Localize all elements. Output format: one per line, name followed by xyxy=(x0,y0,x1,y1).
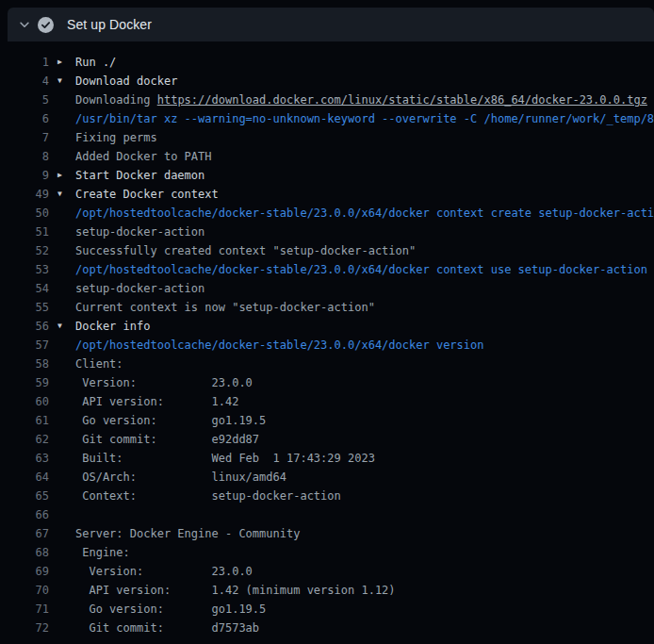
line-number[interactable]: 59 xyxy=(0,373,49,392)
step-title: Set up Docker xyxy=(67,17,152,32)
expander-spacer xyxy=(49,505,75,524)
log-line: 53/opt/hostedtoolcache/docker-stable/23.… xyxy=(0,260,654,279)
log-url-link[interactable]: https://download.docker.com/linux/static… xyxy=(157,93,647,107)
check-circle-icon xyxy=(38,17,54,33)
step-header[interactable]: Set up Docker xyxy=(8,8,654,41)
line-number[interactable]: 68 xyxy=(0,543,49,562)
line-number[interactable]: 49 xyxy=(0,185,49,204)
line-number[interactable]: 60 xyxy=(0,392,49,411)
chevron-down-icon[interactable] xyxy=(14,14,35,35)
log-text: Built: Wed Feb 1 17:43:29 2023 xyxy=(75,449,375,468)
line-number[interactable]: 69 xyxy=(0,562,49,581)
group-title: Download docker xyxy=(75,72,177,91)
log-text: setup-docker-action xyxy=(75,223,204,241)
expander-spacer xyxy=(49,279,75,298)
line-number[interactable]: 58 xyxy=(0,355,49,373)
line-number[interactable]: 4 xyxy=(0,72,49,91)
log-command-text: /opt/hostedtoolcache/docker-stable/23.0.… xyxy=(75,336,483,355)
log-text: Server: Docker Engine - Community xyxy=(75,524,300,543)
log-line: 70 API version: 1.42 (minimum version 1.… xyxy=(0,581,654,600)
log-line: 9▶Start Docker daemon xyxy=(0,166,654,185)
line-number[interactable]: 70 xyxy=(0,581,49,600)
log-line: 67Server: Docker Engine - Community xyxy=(0,524,654,543)
line-number[interactable]: 63 xyxy=(0,449,49,468)
expander-spacer xyxy=(49,298,75,317)
log-line: 65 Context: setup-docker-action xyxy=(0,487,654,505)
group-expanded-triangle-icon[interactable]: ▼ xyxy=(49,185,75,204)
line-number[interactable]: 55 xyxy=(0,298,49,317)
log-line: 66 xyxy=(0,505,654,524)
log-text: Client: xyxy=(75,355,123,373)
expander-spacer xyxy=(49,619,75,637)
log-line: 52Successfully created context "setup-do… xyxy=(0,241,654,260)
line-number[interactable]: 67 xyxy=(0,524,49,543)
log-text: Added Docker to PATH xyxy=(75,147,212,166)
line-number[interactable]: 53 xyxy=(0,260,49,279)
log-text: Go version: go1.19.5 xyxy=(75,600,266,619)
expander-spacer xyxy=(49,392,75,411)
line-number[interactable]: 51 xyxy=(0,223,49,241)
line-number[interactable]: 61 xyxy=(0,411,49,430)
expander-spacer xyxy=(49,600,75,619)
expander-spacer xyxy=(49,91,75,109)
group-expanded-triangle-icon[interactable]: ▼ xyxy=(49,317,75,336)
expander-spacer xyxy=(49,449,75,468)
log-text: OS/Arch: linux/amd64 xyxy=(75,468,286,487)
line-number[interactable]: 65 xyxy=(0,487,49,505)
log-line: 4▼Download docker xyxy=(0,72,654,91)
log-line: 71 Go version: go1.19.5 xyxy=(0,600,654,619)
log-text: API version: 1.42 xyxy=(75,392,238,411)
log-text: Engine: xyxy=(75,543,130,562)
expander-spacer xyxy=(49,223,75,241)
line-number[interactable]: 57 xyxy=(0,336,49,355)
line-number[interactable]: 9 xyxy=(0,166,49,185)
log-line: 61 Go version: go1.19.5 xyxy=(0,411,654,430)
log-line: 1▶Run ./ xyxy=(0,53,654,72)
line-number[interactable]: 72 xyxy=(0,619,49,637)
line-number[interactable]: 5 xyxy=(0,91,49,109)
log-line: 62 Git commit: e92dd87 xyxy=(0,430,654,449)
log-text: Context: setup-docker-action xyxy=(75,487,341,505)
log-rows: 1▶Run ./4▼Download docker5Downloading ht… xyxy=(0,41,654,644)
log-line: 54setup-docker-action xyxy=(0,279,654,298)
log-line: 58Client: xyxy=(0,355,654,373)
group-expanded-triangle-icon[interactable]: ▼ xyxy=(49,72,75,91)
expander-spacer xyxy=(49,524,75,543)
group-collapsed-triangle-icon[interactable]: ▶ xyxy=(49,166,75,185)
line-number[interactable]: 50 xyxy=(0,204,49,223)
log-text: Version: 23.0.0 xyxy=(75,373,253,392)
expander-spacer xyxy=(49,336,75,355)
expander-spacer xyxy=(49,204,75,223)
expander-spacer xyxy=(49,373,75,392)
log-line: 55Current context is now "setup-docker-a… xyxy=(0,298,654,317)
group-title: Create Docker context xyxy=(75,185,219,204)
line-number[interactable]: 54 xyxy=(0,279,49,298)
line-number[interactable]: 7 xyxy=(0,128,49,147)
group-title: Docker info xyxy=(75,317,150,336)
group-title: Run ./ xyxy=(75,53,116,72)
log-line: 60 API version: 1.42 xyxy=(0,392,654,411)
log-line: 51setup-docker-action xyxy=(0,223,654,241)
log-line: 8Added Docker to PATH xyxy=(0,147,654,166)
line-number[interactable]: 66 xyxy=(0,505,49,524)
line-number[interactable]: 64 xyxy=(0,468,49,487)
line-number[interactable]: 6 xyxy=(0,109,49,128)
log-command-text: /opt/hostedtoolcache/docker-stable/23.0.… xyxy=(75,204,654,223)
group-collapsed-triangle-icon[interactable]: ▶ xyxy=(49,53,75,72)
line-number[interactable]: 8 xyxy=(0,147,49,166)
line-number[interactable]: 56 xyxy=(0,317,49,336)
log-line: 72 Git commit: d7573ab xyxy=(0,619,654,637)
expander-spacer xyxy=(49,241,75,260)
log-text: Go version: go1.19.5 xyxy=(75,411,266,430)
line-number[interactable]: 1 xyxy=(0,53,49,72)
expander-spacer xyxy=(49,430,75,449)
group-title: Start Docker daemon xyxy=(75,166,204,185)
expander-spacer xyxy=(49,487,75,505)
log-text: Version: 23.0.0 xyxy=(75,562,253,581)
log-text: Current context is now "setup-docker-act… xyxy=(75,298,375,317)
line-number[interactable]: 52 xyxy=(0,241,49,260)
line-number[interactable]: 62 xyxy=(0,430,49,449)
line-number[interactable]: 71 xyxy=(0,600,49,619)
log-text: setup-docker-action xyxy=(75,279,204,298)
expander-spacer xyxy=(49,543,75,562)
